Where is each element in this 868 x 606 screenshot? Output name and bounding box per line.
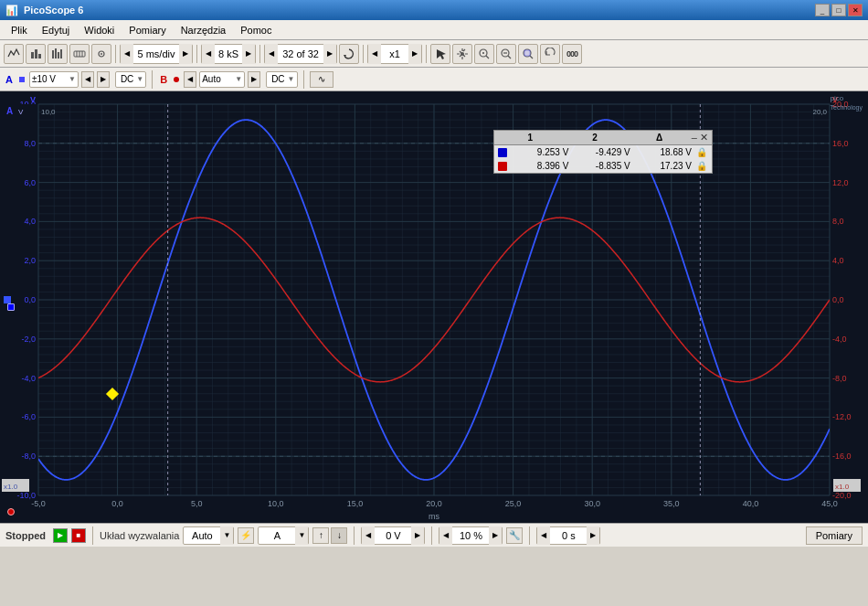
zoom-right-btn[interactable]: ▶ (408, 44, 421, 64)
menu-pomoc[interactable]: Pomoc (233, 23, 279, 37)
status-text: Stopped (5, 530, 46, 541)
measurement-box: 1 2 Δ – ✕ 9.253 V -9.429 V 18.68 V 🔒 8.3… (493, 130, 713, 174)
mbox-a-delta: 18.68 V (634, 147, 695, 157)
channel-b-range-right[interactable]: ▶ (248, 71, 260, 88)
svg-rect-4 (55, 48, 57, 58)
measure-btn[interactable] (69, 44, 90, 64)
st-sep2 (354, 526, 355, 545)
channel-b-coupling-value: DC (269, 74, 287, 84)
mbox-close-btn[interactable]: – ✕ (692, 132, 708, 144)
samples-right-btn[interactable]: ▶ (242, 44, 255, 64)
svg-rect-6 (60, 49, 62, 58)
trigger-mode-arrow[interactable]: ▼ (220, 526, 233, 545)
ruler-btn[interactable]: 000 (562, 44, 582, 64)
menu-narzedzia[interactable]: Narzędzia (174, 23, 234, 37)
refresh-btn[interactable] (339, 44, 359, 64)
zoom-region-btn[interactable] (518, 44, 538, 64)
trigger-mode-ctrl[interactable]: Auto ▼ (183, 526, 234, 545)
trigger-icons: ↑ ↓ (312, 527, 347, 544)
mbox-a-col1: 9.253 V (511, 147, 572, 157)
pico-logo: pico Technology (831, 93, 863, 112)
mbox-row-1: 9.253 V -9.429 V 18.68 V 🔒 (494, 145, 712, 159)
mbox-b-col1: 8.396 V (511, 161, 572, 171)
undo-btn[interactable] (540, 44, 560, 64)
menu-plik[interactable]: Plik (4, 23, 35, 37)
cursor-btn[interactable] (430, 44, 450, 64)
percent-right-btn[interactable]: ▶ (489, 526, 502, 545)
voltage-ctrl: ◀ 0 V ▶ (361, 526, 425, 545)
sep4 (363, 45, 364, 63)
channel-a-range[interactable]: ±10 V ▼ (29, 71, 79, 88)
trig-btn-2[interactable]: ↓ (331, 527, 347, 544)
channel-b-range[interactable]: Auto ▼ (199, 71, 245, 88)
title-bar: 📊 PicoScope 6 _ □ ✕ (0, 0, 868, 20)
percent-left-btn[interactable]: ◀ (439, 526, 452, 545)
voltage-left-btn[interactable]: ◀ (362, 526, 375, 545)
zoom-control: ◀ x1 ▶ (367, 44, 422, 64)
ch-sep2 (303, 70, 304, 89)
zoom-out-btn[interactable] (496, 44, 516, 64)
zoom-left-btn[interactable]: ◀ (368, 44, 381, 64)
mbox-b-lock: 🔒 (695, 161, 708, 171)
stop-btn[interactable]: ■ (71, 528, 86, 543)
wrench-btn[interactable]: 🔧 (506, 527, 523, 544)
mbox-a-col2: -9.429 V (572, 147, 633, 157)
menu-pomiary[interactable]: Pomiary (122, 23, 173, 37)
time-right-btn[interactable]: ▶ (587, 526, 599, 545)
st-sep4 (529, 526, 530, 545)
channel-a-range-right[interactable]: ▶ (97, 71, 110, 88)
settings-btn[interactable] (91, 44, 111, 64)
trigger-channel-arrow[interactable]: ▼ (295, 526, 308, 545)
trig-btn-1[interactable]: ↑ (312, 527, 329, 544)
buffer-value: 32 of 32 (278, 48, 323, 59)
samples-control: ◀ 8 kS ▶ (201, 44, 256, 64)
channel-a-coupling[interactable]: DC ▼ (115, 71, 146, 88)
timebase-right-btn[interactable]: ▶ (179, 44, 192, 64)
trigger-mode-value: Auto (184, 530, 220, 541)
maximize-btn[interactable]: □ (831, 4, 846, 16)
svg-line-18 (486, 56, 489, 58)
channel-b-range-left[interactable]: ◀ (184, 71, 196, 88)
channel-a-range-left[interactable]: ◀ (81, 71, 94, 88)
mbox-b-col2: -8.835 V (572, 161, 633, 171)
scope-display: pico Technology 1 2 Δ – ✕ 9.253 V -9.429… (0, 91, 868, 523)
channel-b-dot (7, 508, 15, 516)
mbox-b-delta: 17.23 V (634, 161, 695, 171)
st-sep3 (431, 526, 432, 545)
svg-point-14 (460, 52, 464, 56)
mbox-color-b (498, 162, 507, 171)
minimize-btn[interactable]: _ (815, 4, 830, 16)
svg-rect-3 (52, 50, 54, 58)
buffer-left-btn[interactable]: ◀ (265, 44, 278, 64)
zoom-in-btn[interactable] (474, 44, 494, 64)
trigger-channel-ctrl[interactable]: A ▼ (258, 526, 309, 545)
timebase-left-btn[interactable]: ◀ (121, 44, 133, 64)
menu-widoki[interactable]: Widoki (77, 23, 122, 37)
scope-canvas[interactable] (0, 91, 868, 523)
time-left-btn[interactable]: ◀ (537, 526, 550, 545)
oscilloscope-btn[interactable] (4, 44, 24, 64)
pan-btn[interactable] (452, 44, 472, 64)
mbox-col1: 1 (498, 132, 563, 144)
measurements-btn[interactable]: Pomiary (806, 526, 863, 545)
channel-b-coupling[interactable]: DC ▼ (266, 71, 297, 88)
buffer-right-btn[interactable]: ▶ (323, 44, 336, 64)
mbox-row-2: 8.396 V -8.835 V 17.23 V 🔒 (494, 159, 712, 173)
trigger-type-btn[interactable]: ⚡ (238, 527, 254, 544)
channel-b-range-value: Auto (202, 74, 235, 84)
math-btn[interactable]: ∿ (310, 71, 333, 88)
svg-rect-2 (38, 54, 41, 58)
voltage-right-btn[interactable]: ▶ (411, 526, 424, 545)
menu-edytuj[interactable]: Edytuj (35, 23, 78, 37)
play-btn[interactable]: ▶ (53, 528, 68, 543)
menu-bar: Plik Edytuj Widoki Pomiary Narzędzia Pom… (0, 20, 868, 40)
voltage-value: 0 V (375, 530, 411, 541)
samples-left-btn[interactable]: ◀ (202, 44, 215, 64)
buffer-control: ◀ 32 of 32 ▶ (264, 44, 337, 64)
spectrum-btn[interactable] (48, 44, 68, 64)
close-btn[interactable]: ✕ (848, 4, 863, 16)
channel-a-coupling-value: DC (118, 74, 136, 84)
toolbar: ◀ 5 ms/div ▶ ◀ 8 kS ▶ ◀ 32 of 32 ▶ ◀ x1 … (0, 40, 868, 68)
bar-chart-btn[interactable] (26, 44, 46, 64)
timebase-value: 5 ms/div (133, 48, 179, 59)
